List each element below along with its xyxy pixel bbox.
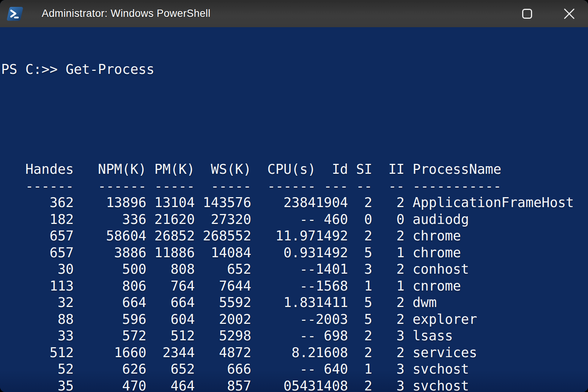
process-table: Handes NPM(K) PM(K) WS(K) CPU(s) Id SI I… — [1, 161, 588, 392]
terminal-output[interactable]: PS C:>> Get-Process Handes NPM(K) PM(K) … — [0, 27, 588, 392]
window-controls — [518, 0, 588, 27]
window-title: Administrator: Windows PowerShell — [42, 8, 211, 19]
maximize-button[interactable] — [518, 5, 536, 23]
powershell-icon[interactable] — [6, 5, 24, 23]
maximize-icon — [522, 9, 532, 19]
blank-line — [1, 111, 588, 128]
powershell-window: Administrator: Windows PowerShell PS C:>… — [0, 0, 588, 392]
close-button[interactable] — [560, 5, 578, 23]
close-icon — [564, 8, 575, 20]
command-line: PS C:>> Get-Process — [1, 61, 588, 78]
title-bar[interactable]: Administrator: Windows PowerShell — [0, 0, 588, 27]
